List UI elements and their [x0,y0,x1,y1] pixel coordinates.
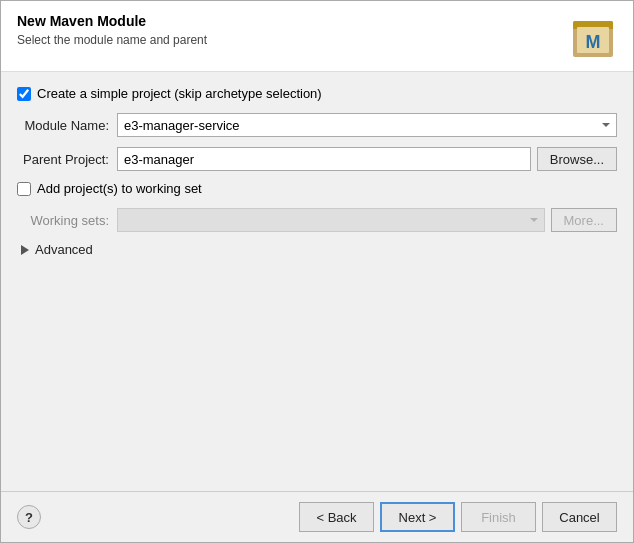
more-button: More... [551,208,617,232]
simple-project-row: Create a simple project (skip archetype … [17,86,617,101]
help-button[interactable]: ? [17,505,41,529]
cancel-button[interactable]: Cancel [542,502,617,532]
dialog-title: New Maven Module [17,13,207,29]
maven-logo-icon: M [569,13,617,61]
module-name-input-wrap: e3-manager-service [117,113,617,137]
working-sets-label: Working sets: [17,213,117,228]
dialog-subtitle: Select the module name and parent [17,33,207,47]
header-text: New Maven Module Select the module name … [17,13,207,47]
dialog-header: New Maven Module Select the module name … [1,1,633,72]
module-name-label: Module Name: [17,118,117,133]
simple-project-checkbox[interactable] [17,87,31,101]
finish-button[interactable]: Finish [461,502,536,532]
module-name-row: Module Name: e3-manager-service [17,113,617,137]
footer-left: ? [17,505,41,529]
parent-project-input[interactable] [117,147,531,171]
back-button[interactable]: < Back [299,502,374,532]
parent-project-input-wrap: Browse... [117,147,617,171]
simple-project-label[interactable]: Create a simple project (skip archetype … [37,86,322,101]
working-set-checkbox-row: Add project(s) to working set [17,181,617,196]
next-button[interactable]: Next > [380,502,455,532]
working-sets-dropdown [117,208,545,232]
module-name-input[interactable]: e3-manager-service [117,113,617,137]
svg-text:M: M [586,32,601,52]
working-set-checkbox-label[interactable]: Add project(s) to working set [37,181,202,196]
parent-project-label: Parent Project: [17,152,117,167]
dialog-footer: ? < Back Next > Finish Cancel [1,491,633,542]
working-set-checkbox[interactable] [17,182,31,196]
footer-right: < Back Next > Finish Cancel [299,502,617,532]
working-sets-input-wrap: More... [117,208,617,232]
dialog-body: Create a simple project (skip archetype … [1,72,633,491]
advanced-row[interactable]: Advanced [17,242,617,257]
advanced-triangle-icon [21,245,29,255]
parent-project-row: Parent Project: Browse... [17,147,617,171]
browse-button[interactable]: Browse... [537,147,617,171]
working-set-row: Working sets: More... [17,208,617,232]
advanced-label: Advanced [35,242,93,257]
